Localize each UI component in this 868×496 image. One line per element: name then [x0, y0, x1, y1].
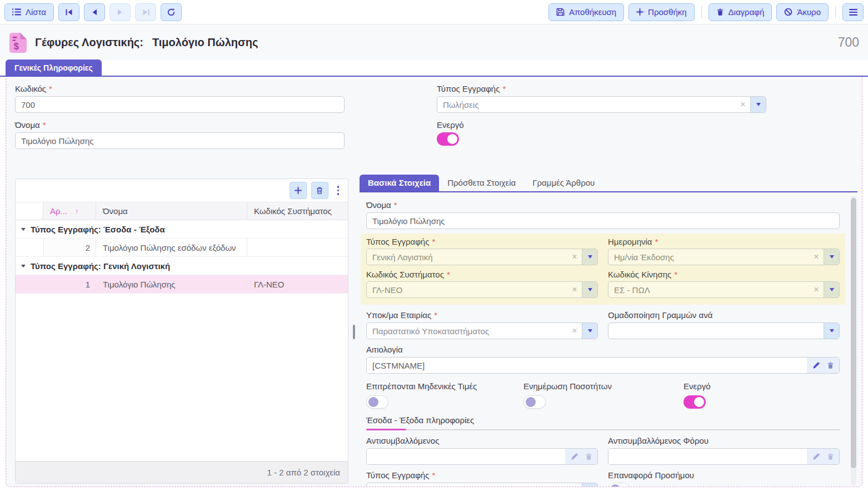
grouping-combo [608, 323, 840, 339]
tab-general-info[interactable]: Γενικές Πληροφορίες [6, 59, 102, 76]
entry-type2-combo-input[interactable] [367, 483, 582, 487]
chevron-down-icon [830, 255, 834, 259]
update-qty-toggle[interactable] [523, 395, 546, 409]
clear-icon[interactable]: × [567, 249, 582, 265]
movement-code-combo-input[interactable] [608, 282, 809, 297]
detail-panel: Βασικά Στοιχεία Πρόσθετα Στοιχεία Γραμμέ… [360, 176, 857, 487]
first-record-button[interactable] [58, 3, 79, 21]
date-combo-input[interactable] [608, 249, 809, 265]
prev-record-button[interactable] [84, 3, 105, 21]
menu-button[interactable] [842, 3, 864, 21]
active-toggle[interactable] [437, 132, 459, 146]
clear-icon[interactable]: × [567, 282, 582, 297]
splitter-handle[interactable] [353, 325, 355, 339]
reason-input[interactable] [367, 358, 807, 373]
trash-icon[interactable] [585, 453, 592, 460]
highlighted-fields-block: Τύπος Εγγραφής × Ημερομηνία × [361, 234, 845, 305]
tab-basic-info[interactable]: Βασικά Στοιχεία [360, 175, 439, 191]
movement-code-dropdown-button[interactable] [824, 282, 839, 297]
next-page-icon [117, 9, 123, 16]
cancel-button[interactable]: Άκυρο [776, 3, 829, 21]
counterparty-actions [565, 449, 597, 464]
trash-icon [316, 186, 323, 195]
add-button[interactable]: Προσθήκη [628, 3, 695, 21]
plus-icon [295, 187, 302, 194]
active-label: Ενεργό [437, 120, 766, 130]
detail-entry-type-combo: × [366, 249, 598, 265]
row-selector-cell[interactable] [16, 275, 43, 293]
detail-entry-type-combo-input[interactable] [367, 249, 567, 265]
prev-page-icon [92, 9, 97, 16]
last-record-button[interactable] [135, 3, 156, 21]
detail-active-toggle[interactable] [684, 395, 706, 409]
save-button[interactable]: Αποθήκευση [548, 3, 624, 21]
grouping-dropdown-button[interactable] [824, 323, 839, 339]
edit-icon[interactable] [812, 453, 820, 460]
chevron-down-icon [588, 288, 592, 291]
entry-type-combo-input[interactable] [437, 97, 736, 112]
sign-reset-toggle[interactable] [608, 483, 630, 487]
trash-icon[interactable] [827, 453, 834, 460]
table-row[interactable]: 2 Τιμολόγιο Πώλησης εσόδων εξόδων [16, 239, 348, 257]
branch-label: Υποκ/μα Εταιρίας [366, 310, 598, 320]
syscode-dropdown-button[interactable] [582, 282, 597, 297]
syscode-column-header[interactable]: Κωδικός Συστήματος [247, 202, 348, 220]
clear-icon[interactable]: × [809, 249, 824, 265]
edit-icon[interactable] [812, 361, 820, 369]
entry-type-dropdown-button[interactable] [750, 97, 766, 112]
entry-type2-combo [366, 483, 598, 487]
detail-name-label: Όνομα [366, 200, 840, 210]
syscode-combo: × [366, 281, 598, 298]
reason-field [366, 357, 840, 374]
page-subtitle: Τιμολόγιο Πώλησης [152, 36, 258, 49]
counterparty-input[interactable] [367, 449, 565, 464]
record-id: 700 [838, 35, 859, 50]
reason-label: Αιτιολογία [366, 345, 840, 354]
grid-menu-button[interactable] [333, 186, 344, 195]
detail-scrollbar-thumb[interactable] [851, 198, 856, 468]
refresh-button[interactable] [161, 3, 182, 21]
add-row-button[interactable] [290, 182, 307, 199]
group-row[interactable]: Τύπος Εγγραφής: Γενική Λογιστική [16, 257, 348, 275]
detail-active-label: Ενεργό [684, 381, 840, 391]
edit-icon[interactable] [571, 453, 578, 460]
grid-footer: 1 - 2 από 2 στοιχεία [16, 461, 348, 483]
delete-button[interactable]: Διαγραφή [709, 3, 772, 21]
syscode-combo-input[interactable] [367, 282, 567, 297]
collapse-group-icon[interactable] [21, 265, 26, 267]
row-selector-cell[interactable] [16, 239, 43, 256]
page-title: Γέφυρες Λογιστικής: [35, 36, 143, 49]
table-row-selected[interactable]: 1 Τιμολόγιο Πώλησης ΓΛ-ΝΕΟ [16, 275, 348, 294]
sign-reset-label: Επαναφορά Προσήμου [608, 470, 840, 480]
group-row[interactable]: Τύπος Εγγραφής: Έσοδα - Έξοδα [16, 220, 348, 239]
delete-row-button[interactable] [311, 182, 328, 199]
collapse-group-icon[interactable] [21, 228, 26, 231]
clear-icon[interactable]: × [809, 282, 824, 297]
tax-counterparty-input[interactable] [608, 449, 807, 464]
list-button[interactable]: Λίστα [4, 3, 54, 21]
tab-article-lines[interactable]: Γραμμές Άρθρου [524, 175, 603, 191]
plus-icon [636, 8, 643, 16]
entry-type2-dropdown-button[interactable] [582, 483, 597, 487]
detail-scrollbar[interactable] [851, 196, 856, 486]
branch-dropdown-button[interactable] [582, 323, 597, 339]
branch-combo-input[interactable] [367, 323, 567, 339]
zero-values-toggle[interactable] [366, 395, 388, 409]
clear-icon[interactable]: × [567, 323, 582, 339]
sort-asc-icon[interactable]: ↑ [75, 207, 79, 215]
trash-icon[interactable] [827, 361, 834, 369]
tax-counterparty-actions [807, 449, 839, 464]
number-column-header[interactable]: Αρ... ↑ [43, 202, 96, 220]
grid-footer-count: 1 - 2 από 2 στοιχεία [267, 468, 340, 477]
clear-icon[interactable]: × [736, 97, 750, 112]
tab-additional-info[interactable]: Πρόσθετα Στοιχεία [439, 175, 524, 191]
name-column-header[interactable]: Όνομα [96, 202, 247, 220]
grouping-combo-input[interactable] [608, 323, 824, 339]
toggle-knob [694, 397, 704, 407]
date-dropdown-button[interactable] [824, 249, 839, 265]
code-input[interactable] [15, 96, 345, 113]
next-record-button[interactable] [109, 3, 131, 21]
name-input[interactable] [15, 132, 345, 149]
detail-name-input[interactable] [366, 212, 840, 229]
detail-entry-type-dropdown-button[interactable] [582, 249, 597, 265]
